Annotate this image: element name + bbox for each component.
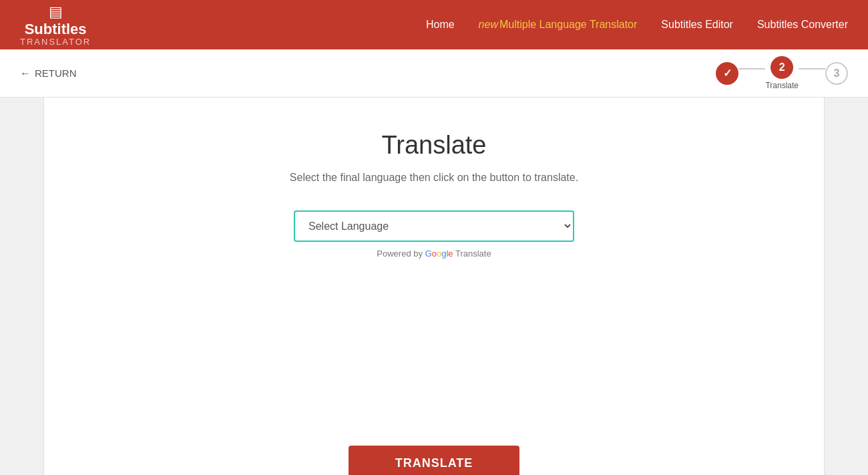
logo: ▤ Subtitles TRANSLATOR	[20, 3, 91, 47]
logo-title: Subtitles	[25, 22, 87, 37]
step-3: 3	[825, 62, 848, 85]
nav-translator[interactable]: newMultiple Language Translator	[479, 19, 638, 31]
page-title: Translate	[382, 131, 487, 160]
step-2-label: Translate	[765, 81, 799, 90]
step-line-1	[738, 68, 765, 69]
return-arrow-icon: ←	[20, 67, 31, 80]
logo-icon: ▤	[49, 3, 63, 21]
step-2-circle: 2	[771, 56, 793, 79]
main-content: Translate Select the final language then…	[43, 98, 825, 475]
nav-editor[interactable]: Subtitles Editor	[661, 19, 733, 31]
translate-button[interactable]: TRANSLATE	[349, 446, 520, 475]
step-1-circle: ✓	[716, 62, 738, 85]
new-badge-label: new	[479, 19, 498, 30]
language-select-wrapper: Select LanguageAfrikaansAlbanianArabicBe…	[294, 210, 574, 242]
nav-home[interactable]: Home	[426, 19, 455, 31]
translate-btn-wrapper: TRANSLATE	[71, 259, 797, 475]
main-nav: Home newMultiple Language Translator Sub…	[426, 19, 848, 31]
return-link[interactable]: ← RETURN	[20, 67, 77, 80]
language-select[interactable]: Select LanguageAfrikaansAlbanianArabicBe…	[294, 210, 574, 242]
stepper: ✓ 2 Translate 3	[716, 56, 848, 90]
logo-subtitle: TRANSLATOR	[20, 37, 91, 47]
nav-converter[interactable]: Subtitles Converter	[757, 19, 848, 31]
return-label: RETURN	[35, 67, 77, 79]
page-subtitle: Select the final language then click on …	[290, 172, 578, 184]
step-2: 2 Translate	[765, 56, 799, 90]
sub-header: ← RETURN ✓ 2 Translate 3	[0, 49, 868, 98]
step-1: ✓	[716, 62, 738, 85]
step-line-2	[799, 68, 825, 69]
step-3-circle: 3	[825, 62, 848, 85]
google-powered-text: Powered by Google Translate	[377, 249, 491, 259]
